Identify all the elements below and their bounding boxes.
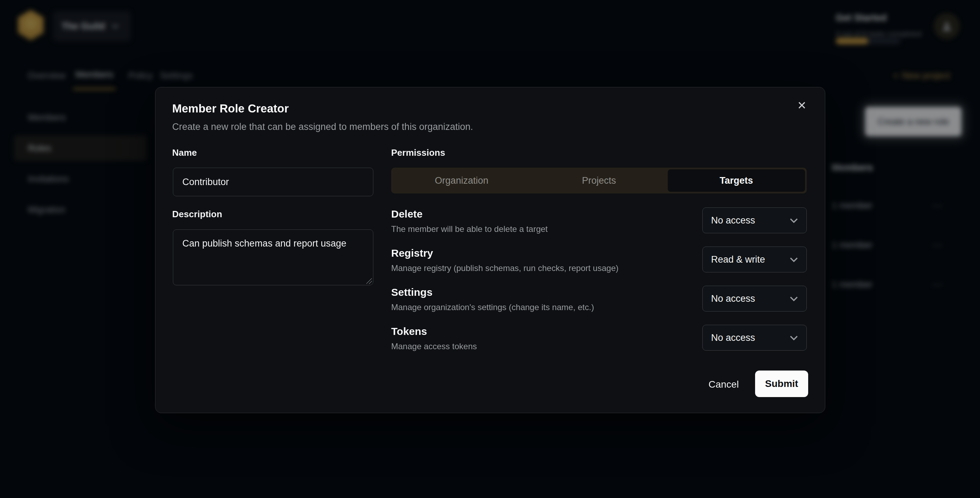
settings-access-select[interactable]: No access [702,286,807,312]
permission-row-delete: Delete The member will be able to delete… [391,208,807,234]
chevron-down-icon [790,257,798,262]
scope-tab-targets[interactable]: Targets [668,169,805,192]
cancel-button[interactable]: Cancel [705,372,743,397]
chevron-down-icon [790,296,798,301]
textarea-resize-handle-icon[interactable] [366,278,372,284]
permission-row-registry: Registry Manage registry (publish schema… [391,247,807,273]
select-value: No access [711,215,755,226]
modal-title: Member Role Creator [172,102,289,115]
select-value: No access [711,293,755,304]
registry-access-select[interactable]: Read & write [702,247,807,272]
submit-button[interactable]: Submit [755,371,808,397]
chevron-down-icon [790,335,798,340]
select-value: Read & write [711,254,765,265]
app-root: The Guild Get Started 4 out of 8 tasks c… [0,0,980,498]
role-name-input[interactable] [173,168,373,196]
delete-access-select[interactable]: No access [702,207,807,233]
role-description-textarea[interactable]: Can publish schemas and report usage [173,229,373,285]
tokens-access-select[interactable]: No access [702,325,807,351]
close-icon[interactable]: ✕ [794,98,810,113]
modal-subtitle: Create a new role that can be assigned t… [172,121,473,132]
permissions-scope-tabs: Organization Projects Targets [391,168,807,194]
select-value: No access [711,333,755,343]
scope-tab-projects[interactable]: Projects [530,169,667,192]
member-role-creator-modal: ✕ Member Role Creator Create a new role … [155,87,825,413]
permission-row-settings: Settings Manage organization's settings … [391,286,807,312]
description-label: Description [172,209,222,220]
chevron-down-icon [790,218,798,223]
permission-row-tokens: Tokens Manage access tokens No access [391,326,807,351]
permissions-label: Permissions [391,147,445,158]
scope-tab-organization[interactable]: Organization [393,169,530,192]
name-label: Name [172,147,197,158]
